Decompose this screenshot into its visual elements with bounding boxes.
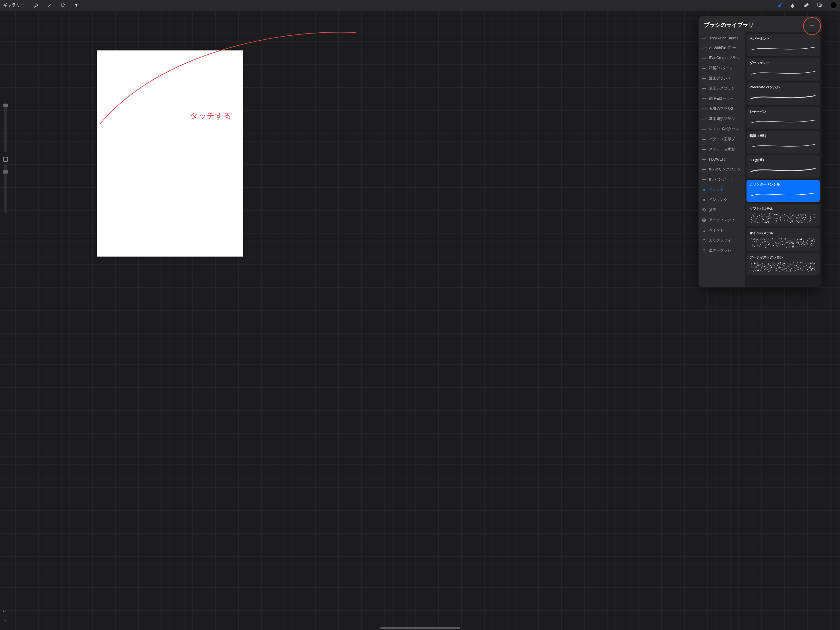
svg-point-880 [767,265,768,265]
svg-point-167 [789,215,790,215]
eraser-icon[interactable] [803,2,810,9]
svg-point-12 [783,214,783,215]
svg-point-1102 [764,266,765,267]
brush-set-item[interactable]: ペイント [698,225,745,235]
svg-point-723 [802,240,803,240]
brush-icon[interactable] [776,2,783,9]
brush-item[interactable]: オイルパステル [747,228,820,251]
brush-set-item[interactable]: 8ラインアート [698,174,745,185]
brush-set-item[interactable]: Jingsketch Basics [698,33,745,43]
gallery-button[interactable]: ギャラリー [3,2,25,8]
brush-item[interactable]: Procreate ペンシル [747,82,820,105]
layers-icon[interactable] [816,2,823,9]
svg-point-732 [779,243,780,244]
svg-point-924 [804,270,804,270]
svg-point-1074 [788,263,788,264]
svg-point-326 [797,215,799,216]
svg-point-215 [786,215,786,216]
svg-point-1051 [815,267,815,268]
svg-point-886 [811,265,812,265]
brush-set-item[interactable]: スケッチ [698,185,745,195]
brush-set-item[interactable]: インキング [698,195,745,205]
smudge-icon[interactable] [789,2,796,9]
svg-point-1126 [784,268,785,269]
brush-item[interactable]: 鉛筆（HB） [747,131,820,153]
svg-point-1055 [764,270,764,270]
svg-point-1138 [794,264,795,265]
brush-set-item[interactable]: FLOWER [698,155,745,164]
svg-point-866 [761,271,762,272]
brush-set-item[interactable]: ArtWithFlo_FreePalm... [698,43,745,53]
svg-point-1042 [767,265,767,266]
brush-item[interactable]: アーティストクレヨン [747,253,820,275]
brush-size-slider[interactable] [4,103,7,152]
redo-button[interactable]: ↷ [2,618,6,624]
svg-point-1104 [810,263,811,264]
svg-point-355 [760,217,761,218]
brush-opacity-slider[interactable] [4,164,7,213]
svg-point-2 [702,218,706,222]
svg-point-878 [762,266,763,267]
pencil-icon [702,187,706,192]
svg-point-1165 [771,268,772,268]
brush-set-item[interactable]: カリグラフィ [698,235,745,245]
brush-set-item[interactable]: スケッチ＆水彩 [698,144,745,155]
canvas[interactable] [97,51,243,257]
svg-point-205 [813,216,813,216]
brush-set-item[interactable]: アーティスティック [698,215,745,225]
brush-item[interactable]: ナリンダーペンシル [747,180,820,202]
brush-set-item[interactable]: 筆圧レスブラシ [698,84,745,93]
brush-item[interactable]: ダーウェント [747,58,820,81]
brush-item[interactable]: ペパーミント [747,34,820,56]
svg-point-1076 [767,262,767,263]
brush-set-item[interactable]: エアーブラシ [698,245,745,256]
svg-point-1204 [772,263,773,263]
svg-point-1008 [786,270,787,271]
brush-item[interactable]: 6B (鉛筆) [747,155,820,178]
svg-point-39 [758,217,758,217]
brush-item[interactable]: シャーペン [747,107,820,129]
svg-point-594 [797,245,799,245]
svg-point-530 [804,244,804,245]
selection-icon[interactable] [60,2,66,9]
wand-icon[interactable] [46,2,53,9]
undo-button[interactable]: ↶ [2,608,6,614]
svg-point-382 [797,218,797,218]
brush-set-list[interactable]: Jingsketch BasicsArtWithFlo_FreePalm...i… [698,32,745,287]
brush-item[interactable]: ソフトパステル [747,204,820,226]
wrench-icon[interactable] [33,2,39,9]
brush-set-item[interactable]: 漫画ブラシS [698,73,745,84]
svg-point-179 [789,219,790,220]
color-swatch[interactable] [830,2,837,9]
cursor-icon[interactable] [73,2,80,9]
svg-point-979 [799,265,800,265]
svg-point-538 [765,241,766,242]
svg-point-994 [801,264,801,264]
svg-point-957 [764,271,765,272]
svg-point-1209 [807,263,807,263]
brush-list[interactable]: ペパーミントダーウェントProcreate ペンシルシャーペン鉛筆（HB）6B … [745,32,821,287]
brush-stroke-preview [750,66,816,79]
brush-set-item[interactable]: 描画 [698,205,745,215]
brush-set-item[interactable]: パターン図形ブラシ [698,134,745,144]
svg-point-364 [772,223,773,223]
brush-set-label: インキング [709,197,728,202]
brush-set-item[interactable]: 基本図形ブラシ [698,114,745,124]
svg-point-282 [753,223,753,223]
svg-point-894 [759,271,759,272]
brush-set-item[interactable]: 刷毛&ローラー [698,93,745,104]
add-brush-button[interactable]: ＋ [808,21,816,29]
brush-set-item[interactable]: iPadCreatorブラシ [698,53,745,63]
brush-set-item[interactable]: 和柄8パターン [698,63,745,73]
modifier-button[interactable] [3,157,8,162]
brush-set-item[interactable]: 鬼滅のブラシ2 [698,104,745,114]
svg-point-597 [767,240,767,240]
brush-set-item[interactable]: 8レタリングブラシ [698,164,745,174]
svg-point-493 [808,241,809,242]
brush-set-item[interactable]: レトロ10パターン [698,124,745,134]
svg-point-8 [704,249,704,249]
brush-name: ダーウェント [750,61,816,65]
svg-point-884 [784,268,785,268]
svg-point-773 [811,242,812,243]
svg-point-973 [769,267,770,267]
